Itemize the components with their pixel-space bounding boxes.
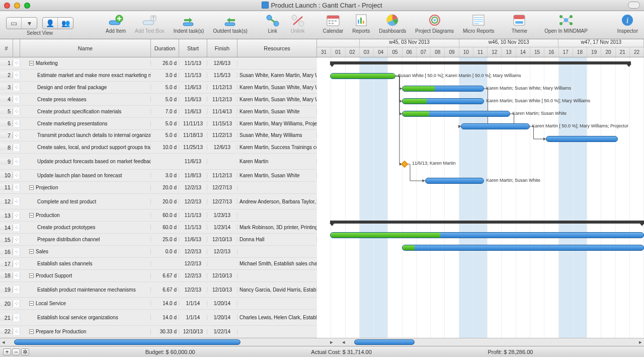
col-name[interactable]: Name: [20, 39, 151, 57]
outdent-button[interactable]: Outdent task(s): [210, 12, 250, 35]
svg-point-10: [299, 21, 304, 26]
micro-reports-button[interactable]: Micro Reports: [460, 12, 497, 35]
svg-rect-15: [335, 20, 337, 22]
add-item-button[interactable]: Add Item: [103, 12, 129, 35]
add-row-button[interactable]: +: [3, 348, 11, 355]
table-row[interactable]: 16⁘Sales0.0 d12/2/1312/2/13: [0, 246, 317, 258]
indent-button[interactable]: Indent task(s): [171, 12, 207, 35]
titlebar-pill-button[interactable]: [628, 2, 640, 9]
table-row[interactable]: 12⁘Complete and test product20.0 d12/2/1…: [0, 194, 317, 210]
col-duration[interactable]: Duration: [151, 39, 179, 57]
table-row[interactable]: 8⁘Create sales, local, and product suppo…: [0, 141, 317, 154]
unlink-button[interactable]: Unlink: [287, 12, 309, 35]
svg-text:T: T: [152, 16, 155, 21]
svg-point-33: [559, 22, 562, 25]
settings-gear-button[interactable]: ✲: [21, 348, 29, 355]
gantt-chart-area[interactable]: Susan White [ 50.0 %]; Karen Martin [ 50…: [317, 57, 644, 338]
svg-point-9: [292, 15, 297, 20]
task-grid[interactable]: 1⁘Marketing26.0 d11/1/1312/6/132⁘Estimat…: [0, 57, 317, 338]
svg-point-30: [564, 18, 568, 22]
svg-rect-12: [327, 16, 339, 19]
col-finish[interactable]: Finish: [207, 39, 237, 57]
profit-label: Profit: $ 28,286.00: [488, 349, 533, 355]
table-row[interactable]: 2⁘Estimate market and make more exact ma…: [0, 69, 317, 82]
table-row[interactable]: 11⁘Projection20.0 d12/2/1312/27/13: [0, 182, 317, 194]
table-row[interactable]: 9⁘Update product forecasts based on mark…: [0, 154, 317, 170]
window-title: Product Launch : Gantt Chart - Project: [0, 2, 644, 9]
table-row[interactable]: 1⁘Marketing26.0 d11/1/1312/6/13: [0, 57, 317, 69]
project-diagrams-button[interactable]: Project Diagrams: [412, 12, 457, 35]
status-bar: + − ✲ Budget: $ 60,000.00 Actual Cost: $…: [0, 346, 644, 357]
table-row[interactable]: 4⁘Create press releases5.0 d11/6/1311/12…: [0, 94, 317, 106]
svg-rect-29: [515, 21, 523, 24]
svg-point-31: [559, 15, 562, 18]
svg-rect-14: [332, 20, 334, 22]
document-icon: [262, 2, 269, 9]
table-row[interactable]: 20⁘Local Service14.0 d1/1/141/20/14: [0, 298, 317, 310]
svg-rect-21: [363, 21, 364, 24]
table-row[interactable]: 15⁘Prepare distribution channel25.0 d11/…: [0, 234, 317, 246]
svg-rect-20: [360, 18, 362, 24]
select-view-group: ▭▾ 👤👥 Select View: [3, 12, 76, 37]
table-row[interactable]: 10⁘Update launch plan based on forecast3…: [0, 170, 317, 182]
theme-button[interactable]: Theme: [508, 12, 530, 35]
svg-rect-13: [329, 20, 331, 22]
table-row[interactable]: 6⁘Create marketing presentations5.0 d11/…: [0, 118, 317, 130]
table-row[interactable]: 22⁘Prepare for Production30.33 d12/10/13…: [0, 326, 317, 338]
calendar-button[interactable]: Calendar: [320, 12, 347, 35]
table-row[interactable]: 21⁘Establish local service organizations…: [0, 310, 317, 326]
add-text-box-button[interactable]: TAdd Text Box: [132, 12, 168, 35]
table-row[interactable]: 14⁘Create product prototypes60.0 d11/1/1…: [0, 222, 317, 234]
table-row[interactable]: 17⁘Establish sales channels12/2/13Michae…: [0, 258, 317, 270]
view-segmented[interactable]: ▭▾: [6, 17, 37, 29]
table-row[interactable]: 13⁘Production60.0 d11/1/131/23/13: [0, 209, 317, 222]
scroll-right-arrow-2[interactable]: ▸: [637, 338, 644, 346]
view-segmented-2[interactable]: 👤👥: [42, 17, 73, 29]
svg-rect-28: [514, 15, 525, 19]
timeline-scrollbar[interactable]: [354, 339, 630, 345]
svg-point-32: [570, 15, 573, 18]
main-toolbar: ▭▾ 👤👥 Select View Add Item TAdd Text Box…: [0, 11, 644, 39]
svg-rect-16: [329, 23, 331, 24]
col-number[interactable]: #: [0, 39, 13, 57]
grid-scrollbar[interactable]: [14, 339, 321, 345]
svg-point-25: [434, 19, 436, 21]
scroll-right-arrow[interactable]: ▸: [328, 338, 335, 346]
svg-rect-17: [332, 23, 334, 24]
horizontal-scrollbars: ◂ ▸ ◂ ▸: [0, 338, 644, 346]
svg-rect-2: [143, 21, 154, 25]
open-mindmap-button[interactable]: Open In MINDMAP: [541, 12, 591, 35]
timeline-header: w45, 03 Nov 2013w46, 10 Nov 2013w47, 17 …: [317, 39, 644, 57]
scroll-left-arrow-2[interactable]: ◂: [340, 338, 347, 346]
actual-cost-label: Actual Cost: $ 31,714.00: [311, 349, 372, 355]
table-row[interactable]: 7⁘Transmit product launch details to int…: [0, 130, 317, 142]
remove-row-button[interactable]: −: [12, 348, 20, 355]
table-row[interactable]: 5⁘Create product specification materials…: [0, 106, 317, 118]
svg-point-34: [570, 22, 573, 25]
svg-text:i: i: [626, 16, 628, 25]
svg-rect-19: [358, 20, 359, 24]
table-row[interactable]: 19⁘Establish product maintenance mechani…: [0, 282, 317, 298]
scroll-left-arrow[interactable]: ◂: [0, 338, 7, 346]
svg-rect-5: [183, 23, 193, 26]
table-row[interactable]: 3⁘Design and order final package5.0 d11/…: [0, 82, 317, 94]
column-headers: # Name Duration Start Finish Resources w…: [0, 39, 644, 57]
budget-label: Budget: $ 60,000.00: [145, 349, 195, 355]
dashboards-button[interactable]: Dashboards: [376, 12, 409, 35]
svg-rect-6: [225, 23, 235, 26]
col-icon: [13, 39, 20, 57]
window-titlebar: Product Launch : Gantt Chart - Project: [0, 0, 644, 11]
inspector-button[interactable]: iInspector: [614, 12, 641, 35]
col-resources[interactable]: Resources: [237, 39, 317, 57]
table-row[interactable]: 18⁘Product Support6.67 d12/2/1312/10/13: [0, 270, 317, 282]
col-start[interactable]: Start: [179, 39, 207, 57]
reports-button[interactable]: Reports: [349, 12, 373, 35]
link-button[interactable]: Link: [262, 12, 284, 35]
